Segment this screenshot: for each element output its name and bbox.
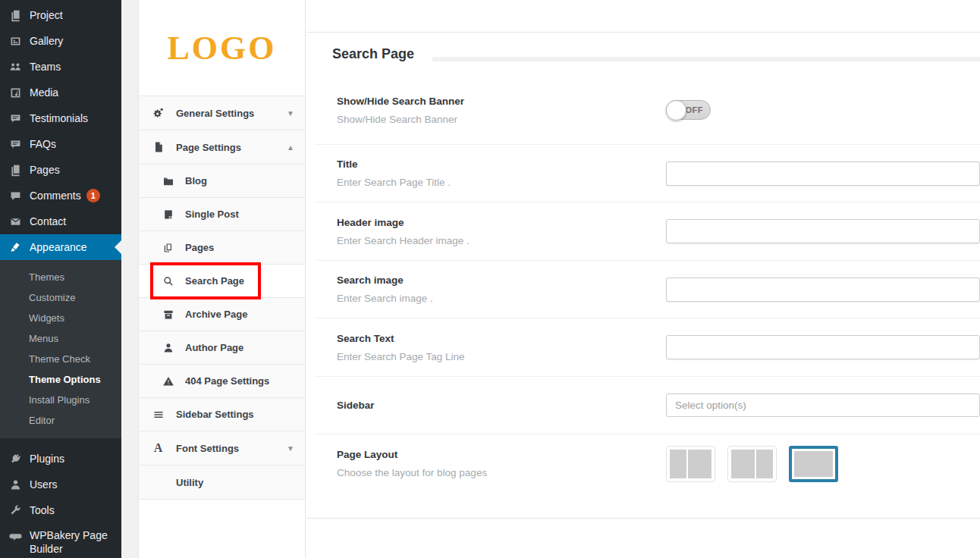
sidebar-item-label: Media — [30, 86, 58, 99]
sidebar-item-label: WPBakery Page Builder — [30, 528, 118, 556]
sidebar-item-contact[interactable]: Contact — [0, 208, 121, 234]
submenu-item-themes[interactable]: Themes — [0, 267, 121, 287]
search-banner-toggle[interactable]: OFF — [666, 100, 711, 120]
field-label: Title — [337, 158, 666, 170]
row-text: Show/Hide Search Banner Show/Hide Search… — [337, 96, 666, 125]
users-icon — [8, 477, 23, 492]
panel-subitem-author-page[interactable]: Author Page — [139, 331, 305, 365]
search-icon — [162, 274, 174, 287]
sidebar-select[interactable]: Select option(s) — [666, 393, 980, 417]
sidebar-item-project[interactable]: Project — [0, 2, 121, 28]
sidebar-item-pages[interactable]: Pages — [0, 157, 121, 183]
row-text: Search Text Enter Search Page Tag Line — [337, 333, 666, 362]
layout-block — [688, 450, 711, 478]
theme-options-panel: LOGO General Settings ▼ Page Settings ▲ … — [138, 0, 306, 558]
toggle-knob[interactable] — [666, 100, 686, 121]
page-icon — [152, 141, 165, 154]
field-label: Sidebar — [337, 400, 666, 411]
field-label: Page Layout — [337, 449, 666, 460]
submenu-item-menus[interactable]: Menus — [0, 328, 121, 349]
submenu-item-editor[interactable]: Editor — [0, 410, 121, 431]
form-row-sidebar: Sidebar Select option(s) — [316, 377, 980, 434]
chevron-up-icon: ▲ — [287, 143, 294, 152]
field-description: Enter Search Page Title . — [337, 177, 666, 188]
panel-item-sidebar-settings[interactable]: Sidebar Settings — [139, 398, 305, 431]
panel-item-general-settings[interactable]: General Settings ▼ — [139, 96, 305, 130]
row-text: Sidebar — [337, 400, 666, 411]
sidebar-item-gallery[interactable]: Gallery — [0, 28, 121, 54]
sidebar-item-teams[interactable]: Teams — [0, 54, 121, 80]
sidebar-item-label: Comments — [30, 190, 81, 202]
top-strip — [306, 0, 980, 33]
field-label: Search image — [337, 274, 666, 286]
sidebar-item-plugins[interactable]: Plugins — [0, 446, 121, 472]
media-icon — [8, 85, 23, 100]
panel-subitem-single-post[interactable]: Single Post — [139, 198, 305, 231]
layout-block — [670, 450, 686, 478]
author-icon — [162, 341, 174, 354]
search-image-input[interactable] — [666, 277, 980, 302]
panel-item-label: Archive Page — [185, 309, 247, 320]
panel-item-label: Page Settings — [176, 142, 241, 153]
sidebar-item-label: FAQs — [30, 138, 56, 150]
panel-item-label: 404 Page Settings — [185, 375, 269, 387]
hamburger-icon — [152, 408, 165, 421]
panel-item-font-settings[interactable]: A Font Settings ▼ — [139, 431, 305, 466]
sidebar-item-media[interactable]: Media — [0, 80, 121, 105]
admin-background-gap — [121, 0, 138, 558]
sidebar-item-comments[interactable]: Comments 1 — [0, 183, 121, 208]
panel-item-label: Font Settings — [176, 443, 239, 454]
wpbakery-icon — [8, 529, 23, 544]
panel-subitem-blog[interactable]: Blog — [139, 165, 305, 198]
sidebar-item-label: Plugins — [30, 453, 64, 465]
field-description: Show/Hide Search Banner — [337, 114, 666, 125]
panel-subitem-search-page[interactable]: Search Page — [139, 265, 305, 298]
panel-item-page-settings[interactable]: Page Settings ▲ — [139, 130, 305, 165]
title-input[interactable] — [666, 161, 980, 186]
form-row-search-text: Search Text Enter Search Page Tag Line — [316, 318, 980, 377]
layout-option-left-sidebar[interactable] — [666, 446, 715, 482]
submenu-item-theme-options[interactable]: Theme Options — [0, 369, 121, 390]
submenu-item-install-plugins[interactable]: Install Plugins — [0, 390, 121, 410]
appearance-submenu: Themes Customize Widgets Menus Theme Che… — [0, 260, 121, 438]
panel-subitem-pages[interactable]: Pages — [139, 231, 305, 265]
sidebar-item-faqs[interactable]: FAQs — [0, 131, 121, 157]
title-rule — [432, 57, 980, 61]
header-image-input[interactable] — [666, 219, 980, 243]
panel-item-label: Search Page — [185, 275, 244, 287]
search-text-input[interactable] — [666, 335, 980, 359]
layout-option-right-sidebar[interactable] — [727, 446, 777, 482]
folder-icon — [162, 174, 174, 187]
submenu-item-customize[interactable]: Customize — [0, 287, 121, 308]
sidebar-item-label: Project — [30, 9, 63, 21]
panel-item-label: Author Page — [185, 342, 243, 353]
sidebar-item-users[interactable]: Users — [0, 472, 121, 497]
logo: LOGO — [167, 29, 276, 67]
page: Project Gallery Teams Media Testimonials… — [0, 0, 980, 558]
panel-subitem-archive-page[interactable]: Archive Page — [139, 298, 305, 331]
row-control — [666, 335, 980, 359]
sidebar-item-testimonials[interactable]: Testimonials — [0, 105, 121, 131]
panel-item-utility[interactable]: Utility — [139, 466, 305, 500]
row-control — [666, 161, 980, 186]
comments-icon — [8, 188, 23, 203]
appearance-brush-icon — [8, 240, 23, 255]
row-text: Search image Enter Search image . — [337, 274, 666, 304]
wp-admin-sidebar: Project Gallery Teams Media Testimonials… — [0, 0, 121, 558]
form-row-page-layout: Page Layout Choose the layout for blog p… — [316, 434, 980, 493]
submenu-item-theme-check[interactable]: Theme Check — [0, 349, 121, 369]
sidebar-item-wpbakery[interactable]: WPBakery Page Builder — [0, 523, 121, 558]
sidebar-item-appearance[interactable]: Appearance — [0, 234, 121, 260]
layout-block — [731, 450, 755, 478]
sidebar-item-tools[interactable]: Tools — [0, 497, 121, 523]
faq-icon — [8, 136, 23, 152]
panel-item-label: Pages — [185, 242, 214, 253]
sidebar-item-label: Testimonials — [30, 112, 88, 124]
panel-empty-area — [139, 500, 305, 557]
layout-option-full-width-selected[interactable] — [789, 446, 838, 482]
gears-icon — [152, 107, 165, 120]
field-label: Search Text — [337, 333, 666, 344]
layout-block — [756, 450, 773, 478]
panel-subitem-404-page-settings[interactable]: 404 Page Settings — [139, 365, 305, 398]
submenu-item-widgets[interactable]: Widgets — [0, 308, 121, 328]
